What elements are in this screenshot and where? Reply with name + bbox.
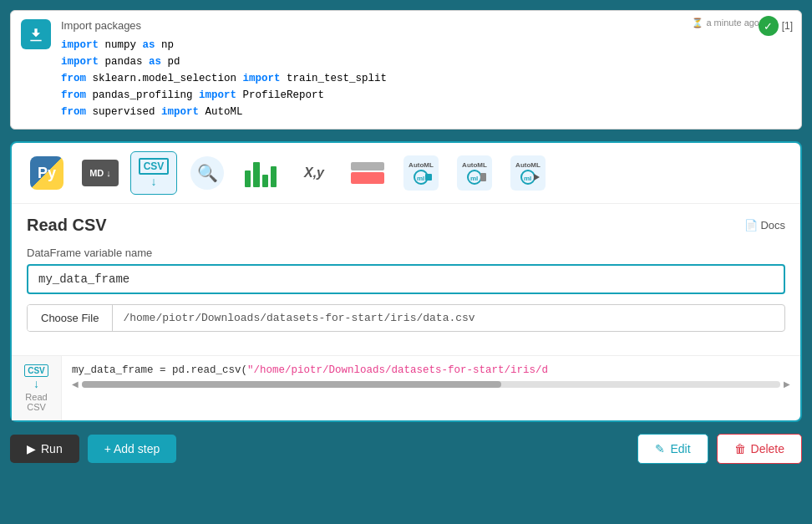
csv-small-icon: CSV ↓ Read CSV xyxy=(20,364,53,412)
cell-label: Import packages xyxy=(61,19,791,32)
delete-button[interactable]: 🗑 Delete xyxy=(717,434,802,464)
timestamp: ⏳ a minute ago xyxy=(692,18,759,28)
csv-logo: CSV ↓ xyxy=(137,155,170,191)
code-line-5: from supervised import AutoML xyxy=(61,104,791,120)
code-preview-content: my_data_frame = pd.read_csv("/home/piotr… xyxy=(62,356,800,420)
edit-button[interactable]: ✎ Edit xyxy=(637,434,708,464)
read-csv-section: Read CSV 📄 Docs DataFrame variable name … xyxy=(12,204,800,355)
variable-name-input[interactable] xyxy=(27,264,785,294)
add-step-button[interactable]: + Add step xyxy=(88,435,177,463)
scrollbar-track[interactable] xyxy=(82,381,780,388)
import-icon xyxy=(21,19,51,49)
code-line-4: from pandas_profiling import ProfileRepo… xyxy=(61,87,791,104)
download-icon xyxy=(28,26,44,43)
step-toolbar: Py MD ↓ CSV ↓ 🔍 X,y xyxy=(12,143,800,204)
mljar-graphic2: ml xyxy=(462,169,487,186)
play-icon: ▶ xyxy=(27,442,36,455)
chart-icon-btn[interactable] xyxy=(237,151,284,195)
mljar-graphic3: ml xyxy=(515,169,540,186)
scrollbar-thumb xyxy=(82,381,501,388)
code-preview-icon-area: CSV ↓ Read CSV xyxy=(12,356,62,420)
docs-link[interactable]: 📄 Docs xyxy=(744,219,785,231)
automl3-logo: AutoML ml xyxy=(510,155,546,191)
svg-text:ml: ml xyxy=(417,175,424,182)
search-magnify-icon: 🔍 xyxy=(190,156,224,190)
bottom-toolbar: ▶ Run + Add step ✎ Edit 🗑 Delete xyxy=(10,434,802,464)
table-icon xyxy=(351,162,384,184)
mljar-graphic1: ml xyxy=(409,169,434,186)
file-path-display: /home/piotr/Downloads/datasets-for-start… xyxy=(113,305,784,331)
book-icon: 📄 xyxy=(744,219,758,231)
scrollbar-row[interactable]: ◀ ▶ xyxy=(72,379,790,389)
code-line-3: from sklearn.model_selection import trai… xyxy=(61,70,791,87)
read-csv-title: Read CSV xyxy=(27,216,107,235)
csv-icon-btn[interactable]: CSV ↓ xyxy=(130,151,177,195)
step-container: Py MD ↓ CSV ↓ 🔍 X,y xyxy=(10,141,802,422)
svg-rect-2 xyxy=(425,174,432,181)
automl1-logo: AutoML ml xyxy=(403,155,439,191)
automl2-logo: AutoML ml xyxy=(457,155,492,191)
bar-chart-icon xyxy=(243,157,278,189)
xy-icon-btn[interactable]: X,y xyxy=(291,151,337,195)
scroll-left-arrow[interactable]: ◀ xyxy=(72,379,79,389)
python-logo: Py xyxy=(30,156,63,190)
csv-arrow: ↓ xyxy=(151,175,157,188)
table-icon-btn[interactable] xyxy=(344,151,391,195)
search-icon-btn[interactable]: 🔍 xyxy=(184,151,231,195)
run-button[interactable]: ▶ Run xyxy=(10,435,79,463)
svg-rect-5 xyxy=(480,173,486,181)
trash-icon: 🗑 xyxy=(734,442,746,455)
preview-code-line: my_data_frame = pd.read_csv("/home/piotr… xyxy=(72,364,790,376)
automl3-icon-btn[interactable]: AutoML ml xyxy=(505,151,551,195)
automl1-icon-btn[interactable]: AutoML ml xyxy=(398,151,444,195)
code-preview-row: CSV ↓ Read CSV my_data_frame = pd.read_c… xyxy=(12,355,800,420)
code-line-2: import pandas as pd xyxy=(61,53,791,70)
choose-file-button[interactable]: Choose File xyxy=(28,305,113,331)
file-chooser-row: Choose File /home/piotr/Downloads/datase… xyxy=(27,304,785,332)
read-csv-header: Read CSV 📄 Docs xyxy=(27,216,785,235)
markdown-icon-btn[interactable]: MD ↓ xyxy=(77,151,124,195)
python-icon-btn[interactable]: Py xyxy=(23,151,70,195)
import-packages-cell: Import packages import numpy as np impor… xyxy=(10,10,802,130)
svg-text:ml: ml xyxy=(524,175,531,182)
svg-marker-8 xyxy=(534,174,540,181)
clock-icon: ⏳ xyxy=(692,18,703,28)
var-field-label: DataFrame variable name xyxy=(27,247,785,259)
xy-label: X,y xyxy=(304,165,324,181)
markdown-logo: MD ↓ xyxy=(82,160,119,186)
execution-badge: ✓ [1] xyxy=(759,16,793,36)
cell-code: import numpy as np import pandas as pd f… xyxy=(61,37,791,120)
scroll-right-arrow[interactable]: ▶ xyxy=(784,379,790,389)
code-line-1: import numpy as np xyxy=(61,37,791,53)
pencil-icon: ✎ xyxy=(655,442,665,455)
check-icon: ✓ xyxy=(759,16,779,36)
execution-count: [1] xyxy=(782,20,793,32)
svg-text:ml: ml xyxy=(470,175,478,182)
automl2-icon-btn[interactable]: AutoML ml xyxy=(451,151,498,195)
